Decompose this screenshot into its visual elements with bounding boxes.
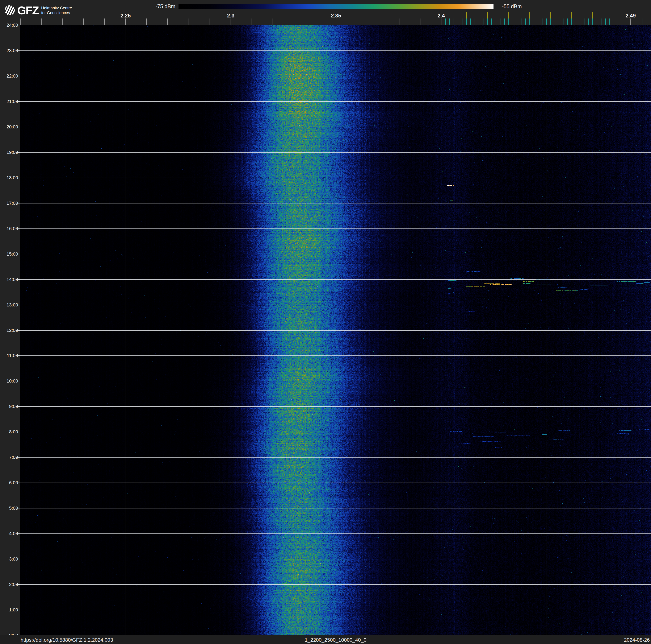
freq-minor-tick bbox=[146, 19, 147, 25]
footer-bar: https://doi.org/10.5880/GFZ.1.2.2024.003… bbox=[0, 635, 651, 644]
brand-subtitle: Helmholtz Centre for Geosciences bbox=[41, 5, 72, 15]
freq-minor-tick bbox=[378, 19, 378, 25]
hour-label: 15:00 bbox=[1, 251, 18, 257]
hour-label: 6:00 bbox=[1, 480, 18, 486]
freq-minor-tick bbox=[252, 19, 252, 25]
wifi-channel-tick bbox=[618, 12, 618, 19]
ble-channel-tick bbox=[529, 19, 530, 25]
hour-label: 10:00 bbox=[1, 378, 18, 384]
hour-label: 20:00 bbox=[1, 124, 18, 130]
ble-channel-tick bbox=[525, 19, 526, 25]
hour-tick bbox=[16, 610, 20, 610]
hour-label: 1:00 bbox=[1, 607, 18, 613]
hour-label: 22:00 bbox=[1, 73, 18, 79]
hour-label: 21:00 bbox=[1, 98, 18, 105]
hour-tick bbox=[16, 127, 20, 127]
freq-minor-tick bbox=[167, 19, 168, 25]
hour-label: 2:00 bbox=[1, 582, 18, 587]
hour-label: 9:00 bbox=[1, 404, 18, 409]
freq-minor-tick bbox=[125, 19, 126, 25]
ble-channel-tick bbox=[496, 19, 496, 25]
hour-tick bbox=[16, 305, 20, 305]
hour-tick bbox=[16, 533, 20, 534]
wifi-channel-tick bbox=[540, 12, 540, 19]
hour-label: 7:00 bbox=[1, 455, 18, 460]
hour-tick bbox=[16, 381, 20, 381]
hour-tick bbox=[16, 51, 20, 51]
wifi-channel-tick bbox=[477, 12, 477, 19]
freq-minor-tick bbox=[41, 19, 41, 25]
wifi-channel-tick bbox=[466, 12, 467, 19]
freq-minor-tick bbox=[210, 19, 210, 25]
ble-channel-tick bbox=[643, 19, 643, 25]
freq-minor-tick bbox=[230, 19, 231, 25]
wifi-channel-tick bbox=[529, 12, 530, 19]
freq-minor-tick bbox=[336, 19, 336, 25]
hour-label: 8:00 bbox=[1, 429, 18, 435]
freq-tick-label: 2.25 bbox=[121, 13, 131, 18]
hour-label: 5:00 bbox=[1, 505, 18, 511]
hour-label: 18:00 bbox=[1, 175, 18, 181]
colorbar-min-label: -75 dBm bbox=[134, 3, 175, 9]
spectrogram-canvas bbox=[20, 25, 651, 635]
ble-channel-tick bbox=[542, 19, 542, 25]
brand-text: GFZ bbox=[17, 4, 39, 17]
hour-label: 14:00 bbox=[1, 276, 18, 283]
freq-minor-tick bbox=[357, 19, 357, 25]
hour-tick bbox=[16, 330, 20, 331]
hour-tick bbox=[16, 406, 20, 407]
hour-tick bbox=[16, 203, 20, 203]
hour-tick bbox=[16, 229, 20, 229]
freq-tick-label: 2.4 bbox=[438, 13, 445, 18]
hour-tick bbox=[16, 76, 20, 76]
freq-tick-label: 2.49 bbox=[626, 13, 636, 18]
ble-channel-tick bbox=[546, 19, 547, 25]
hour-tick bbox=[16, 279, 20, 280]
hour-tick bbox=[16, 152, 20, 153]
ble-channel-tick bbox=[504, 19, 505, 25]
freq-minor-tick bbox=[83, 19, 84, 25]
freq-minor-tick bbox=[420, 19, 421, 25]
freq-minor-tick bbox=[20, 19, 21, 25]
ble-channel-tick bbox=[610, 19, 610, 25]
hour-tick bbox=[16, 457, 20, 458]
colorbar-max-label: -55 dBm bbox=[502, 3, 522, 9]
freq-minor-tick bbox=[294, 19, 294, 25]
freq-minor-tick bbox=[315, 19, 315, 25]
ble-channel-tick bbox=[466, 19, 467, 25]
gfz-globe-icon bbox=[4, 5, 15, 16]
wifi-channel-tick bbox=[582, 12, 582, 19]
hour-label: 4:00 bbox=[1, 531, 18, 536]
ble-channel-tick bbox=[487, 19, 488, 25]
ble-channel-tick bbox=[483, 19, 484, 25]
hour-label: 23:00 bbox=[1, 48, 18, 54]
ble-channel-tick bbox=[559, 19, 559, 25]
ble-channel-tick bbox=[500, 19, 500, 25]
hour-tick bbox=[16, 432, 20, 432]
ble-channel-tick bbox=[513, 19, 513, 25]
ble-channel-tick bbox=[567, 19, 568, 25]
hour-tick bbox=[16, 355, 20, 356]
hour-label: 19:00 bbox=[1, 149, 18, 155]
wifi-channel-tick bbox=[561, 12, 561, 19]
wifi-channel-tick bbox=[519, 12, 519, 19]
gfz-logo: GFZ Helmholtz Centre for Geosciences bbox=[4, 4, 72, 17]
doi-text: https://doi.org/10.5880/GFZ.1.2.2024.003 bbox=[21, 635, 113, 644]
plot-top-axis-line bbox=[18, 25, 651, 25]
ble-channel-tick bbox=[580, 19, 580, 25]
ble-channel-tick bbox=[517, 19, 517, 25]
spectrogram-page: GFZ Helmholtz Centre for Geosciences -75… bbox=[0, 0, 651, 644]
hour-tick bbox=[16, 254, 20, 254]
hour-tick bbox=[16, 178, 20, 178]
ble-channel-tick bbox=[508, 19, 509, 25]
hour-label: 12:00 bbox=[1, 327, 18, 333]
ble-channel-tick bbox=[454, 19, 454, 25]
freq-minor-tick bbox=[630, 19, 631, 25]
freq-tick-label: 2.3 bbox=[227, 13, 235, 18]
ble-channel-tick bbox=[458, 19, 458, 25]
ble-channel-tick bbox=[462, 19, 462, 25]
hour-tick bbox=[16, 101, 20, 102]
ble-channel-tick bbox=[450, 19, 450, 25]
colorbar-gradient bbox=[179, 4, 494, 9]
ble-channel-tick bbox=[491, 19, 492, 25]
